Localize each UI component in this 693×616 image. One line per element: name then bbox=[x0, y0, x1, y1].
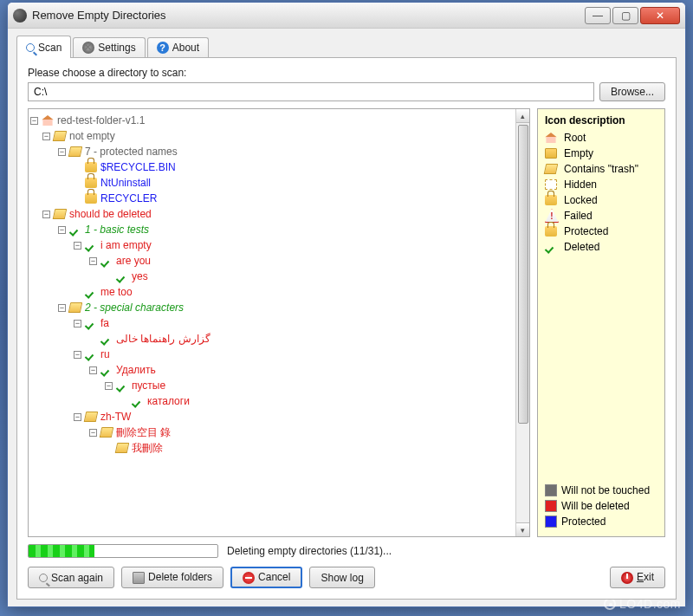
status-row: Deleting empty directories (11/31)... bbox=[28, 544, 665, 558]
tree-panel: −red-test-folder-v1.1−not empty−7 - prot… bbox=[28, 108, 530, 537]
node-label: RECYCLER bbox=[100, 191, 157, 206]
hidden-icon bbox=[545, 179, 557, 190]
folder-open-icon bbox=[68, 146, 83, 157]
maximize-button[interactable]: ▢ bbox=[612, 7, 638, 24]
tree-node[interactable]: −7 - protected names bbox=[30, 144, 514, 159]
legend-item: Empty bbox=[545, 147, 657, 159]
window-title: Remove Empty Directories bbox=[32, 9, 585, 22]
app-icon bbox=[13, 9, 27, 23]
show-log-button[interactable]: Show log bbox=[309, 567, 374, 588]
tab-settings[interactable]: Settings bbox=[73, 37, 145, 58]
legend-label: Hidden bbox=[564, 178, 597, 191]
check-icon bbox=[545, 242, 557, 252]
legend-label: Will be deleted bbox=[561, 500, 630, 512]
expander-icon[interactable]: − bbox=[42, 133, 50, 140]
watermark-icon bbox=[604, 598, 616, 610]
expander-icon[interactable]: − bbox=[105, 382, 113, 390]
legend-label: Protected bbox=[561, 515, 606, 528]
tab-about[interactable]: ? About bbox=[147, 37, 209, 58]
node-label: red-test-folder-v1.1 bbox=[57, 113, 145, 128]
scroll-down-button[interactable]: ▾ bbox=[516, 522, 529, 536]
browse-button[interactable]: Browse... bbox=[599, 82, 665, 101]
trash-icon bbox=[133, 572, 145, 584]
window-controls: — ▢ ✕ bbox=[585, 7, 680, 24]
tree-node[interactable]: −1 - basic tests bbox=[30, 222, 514, 237]
legend-item: Failed bbox=[545, 210, 657, 222]
expander-icon[interactable]: − bbox=[30, 117, 38, 125]
check-icon bbox=[69, 224, 81, 235]
legend-label: Protected bbox=[564, 225, 608, 237]
tree-node[interactable]: −2 - special characters bbox=[30, 300, 514, 315]
tree-node[interactable]: каталоги bbox=[30, 393, 514, 409]
expander-icon[interactable]: − bbox=[58, 304, 66, 312]
expander-icon[interactable]: − bbox=[74, 320, 81, 327]
search-icon bbox=[39, 574, 48, 582]
tree-node[interactable]: −fa bbox=[30, 315, 514, 331]
folder-open-icon bbox=[68, 302, 83, 313]
expander-icon[interactable]: − bbox=[74, 413, 81, 421]
legend-label: Root bbox=[564, 132, 586, 144]
node-label: Удалить bbox=[116, 362, 156, 378]
tree-node[interactable]: −not empty bbox=[30, 128, 514, 144]
tree-node[interactable]: −should be deleted bbox=[30, 206, 514, 222]
color-swatch bbox=[545, 515, 557, 528]
tab-bar: Scan Settings ? About bbox=[16, 36, 677, 58]
help-icon: ? bbox=[157, 42, 169, 54]
progress-fill bbox=[29, 545, 94, 557]
expander-icon[interactable]: − bbox=[89, 366, 97, 374]
tree-node[interactable]: −Удалить bbox=[30, 362, 514, 378]
tree-node[interactable]: 我刪除 bbox=[30, 440, 514, 456]
node-label: $RECYCLE.BIN bbox=[100, 159, 176, 175]
directory-tree[interactable]: −red-test-folder-v1.1−not empty−7 - prot… bbox=[29, 109, 515, 536]
tree-node[interactable]: −zh-TW bbox=[30, 409, 514, 425]
expander-icon[interactable]: − bbox=[74, 242, 81, 250]
minimize-button[interactable]: — bbox=[585, 7, 611, 24]
titlebar[interactable]: Remove Empty Directories — ▢ ✕ bbox=[8, 3, 685, 29]
tree-node[interactable]: $RECYCLE.BIN bbox=[30, 159, 514, 175]
tree-node[interactable]: me too bbox=[30, 284, 514, 300]
exit-button[interactable]: Exit bbox=[610, 567, 665, 588]
button-row: Scan again Delete folders Cancel Show lo… bbox=[28, 567, 665, 588]
folder-open-icon bbox=[544, 164, 559, 174]
tree-node[interactable]: yes bbox=[30, 269, 514, 284]
delete-folders-button[interactable]: Delete folders bbox=[121, 567, 223, 588]
expander-icon[interactable]: − bbox=[58, 148, 66, 156]
expander-icon[interactable]: − bbox=[89, 429, 97, 437]
tab-scan[interactable]: Scan bbox=[16, 36, 71, 58]
lock-icon bbox=[545, 195, 557, 205]
search-icon bbox=[26, 43, 35, 52]
legend-panel: Icon description RootEmptyContains "tras… bbox=[537, 108, 665, 537]
legend-item: Hidden bbox=[545, 178, 657, 191]
tree-node[interactable]: −ru bbox=[30, 347, 514, 362]
legend-label: Will not be touched bbox=[561, 484, 650, 496]
directory-input[interactable] bbox=[28, 82, 594, 101]
expander-icon[interactable]: − bbox=[74, 351, 81, 359]
scroll-thumb[interactable] bbox=[518, 125, 528, 424]
scroll-up-button[interactable]: ▴ bbox=[516, 109, 529, 123]
tree-node[interactable]: −i am empty bbox=[30, 237, 514, 253]
scan-again-button[interactable]: Scan again bbox=[28, 567, 114, 588]
expander-icon[interactable]: − bbox=[58, 226, 66, 234]
legend-label: Failed bbox=[564, 210, 593, 222]
tree-node[interactable]: NtUninstall bbox=[30, 175, 514, 191]
scrollbar[interactable]: ▴ ▾ bbox=[515, 109, 529, 536]
tree-node[interactable]: −刪除空目 錄 bbox=[30, 425, 514, 440]
legend-item: Locked bbox=[545, 194, 657, 206]
expander-icon[interactable]: − bbox=[42, 211, 50, 218]
lock-icon bbox=[545, 226, 557, 237]
tree-node[interactable]: RECYCLER bbox=[30, 191, 514, 206]
tree-node[interactable]: −red-test-folder-v1.1 bbox=[30, 113, 514, 128]
legend-title: Icon description bbox=[545, 114, 657, 126]
tab-pane-scan: Please choose a directory to scan: Brows… bbox=[16, 57, 677, 600]
node-label: 我刪除 bbox=[132, 440, 163, 456]
close-button[interactable]: ✕ bbox=[640, 7, 680, 24]
legend-label: Deleted bbox=[564, 241, 599, 253]
tree-node[interactable]: −are you bbox=[30, 253, 514, 269]
expander-icon[interactable]: − bbox=[89, 257, 97, 265]
tree-node[interactable]: −пустые bbox=[30, 378, 514, 393]
tree-node[interactable]: گزارش راهنماها خالی bbox=[30, 331, 514, 347]
node-label: i am empty bbox=[100, 237, 152, 253]
cancel-button[interactable]: Cancel bbox=[230, 567, 302, 588]
check-icon bbox=[132, 396, 144, 406]
folder-open-icon bbox=[115, 443, 130, 453]
